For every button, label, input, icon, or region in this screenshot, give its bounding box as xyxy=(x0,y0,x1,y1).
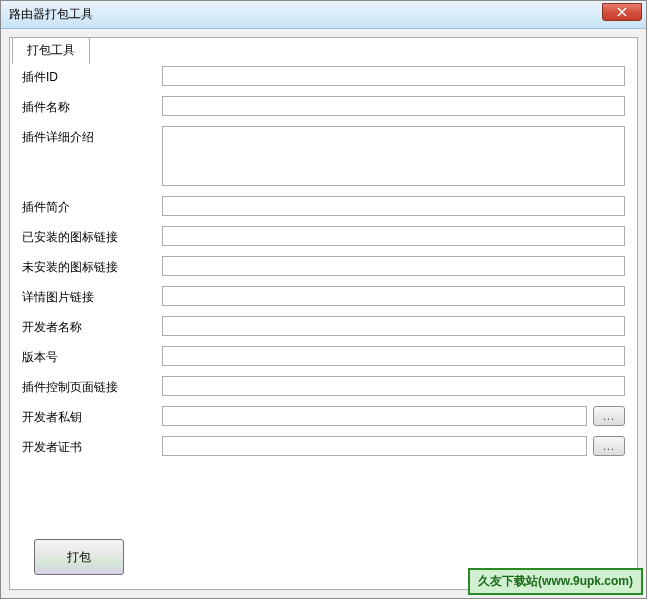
watermark: 久友下载站(www.9upk.com) xyxy=(468,568,643,595)
browse-private-key-button[interactable]: ... xyxy=(593,406,625,426)
pack-button[interactable]: 打包 xyxy=(34,539,124,575)
browse-certificate-button[interactable]: ... xyxy=(593,436,625,456)
row-plugin-id: 插件ID xyxy=(22,66,625,86)
label-version: 版本号 xyxy=(22,346,162,366)
tab-pack-tool[interactable]: 打包工具 xyxy=(12,37,90,64)
row-developer-name: 开发者名称 xyxy=(22,316,625,336)
input-plugin-brief[interactable] xyxy=(162,196,625,216)
tab-header: 打包工具 xyxy=(12,37,90,64)
label-plugin-brief: 插件简介 xyxy=(22,196,162,216)
row-plugin-brief: 插件简介 xyxy=(22,196,625,216)
row-private-key: 开发者私钥 ... xyxy=(22,406,625,426)
input-uninstalled-icon[interactable] xyxy=(162,256,625,276)
input-installed-icon[interactable] xyxy=(162,226,625,246)
label-uninstalled-icon: 未安装的图标链接 xyxy=(22,256,162,276)
label-installed-icon: 已安装的图标链接 xyxy=(22,226,162,246)
close-icon xyxy=(617,7,627,17)
row-uninstalled-icon: 未安装的图标链接 xyxy=(22,256,625,276)
label-private-key: 开发者私钥 xyxy=(22,406,162,426)
input-private-key[interactable] xyxy=(162,406,587,426)
row-plugin-name: 插件名称 xyxy=(22,96,625,116)
label-plugin-id: 插件ID xyxy=(22,66,162,86)
row-version: 版本号 xyxy=(22,346,625,366)
label-detail-image: 详情图片链接 xyxy=(22,286,162,306)
input-plugin-name[interactable] xyxy=(162,96,625,116)
close-button[interactable] xyxy=(602,3,642,21)
input-detail-image[interactable] xyxy=(162,286,625,306)
window-controls xyxy=(602,8,642,21)
input-version[interactable] xyxy=(162,346,625,366)
window-title: 路由器打包工具 xyxy=(9,6,602,23)
row-plugin-detail: 插件详细介绍 xyxy=(22,126,625,186)
input-control-page[interactable] xyxy=(162,376,625,396)
label-plugin-detail: 插件详细介绍 xyxy=(22,126,162,146)
input-certificate[interactable] xyxy=(162,436,587,456)
row-control-page: 插件控制页面链接 xyxy=(22,376,625,396)
label-developer-name: 开发者名称 xyxy=(22,316,162,336)
label-control-page: 插件控制页面链接 xyxy=(22,376,162,396)
tab-container: 打包工具 插件ID 插件名称 插件详细介绍 插件简介 已安装的图标链接 xyxy=(9,37,638,590)
client-area: 打包工具 插件ID 插件名称 插件详细介绍 插件简介 已安装的图标链接 xyxy=(1,29,646,598)
window-titlebar: 路由器打包工具 xyxy=(1,1,646,29)
row-detail-image: 详情图片链接 xyxy=(22,286,625,306)
tab-content: 插件ID 插件名称 插件详细介绍 插件简介 已安装的图标链接 未安装的图标链接 xyxy=(10,38,637,589)
row-certificate: 开发者证书 ... xyxy=(22,436,625,456)
input-plugin-id[interactable] xyxy=(162,66,625,86)
row-installed-icon: 已安装的图标链接 xyxy=(22,226,625,246)
input-developer-name[interactable] xyxy=(162,316,625,336)
textarea-plugin-detail[interactable] xyxy=(162,126,625,186)
label-plugin-name: 插件名称 xyxy=(22,96,162,116)
label-certificate: 开发者证书 xyxy=(22,436,162,456)
